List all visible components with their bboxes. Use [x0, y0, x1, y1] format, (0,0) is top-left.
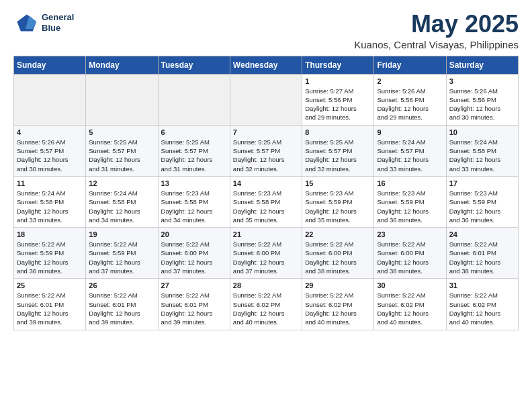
day-number: 5: [89, 128, 154, 136]
day-number: 22: [305, 230, 371, 238]
day-number: 1: [305, 77, 371, 85]
day-info: Sunrise: 5:23 AM Sunset: 5:58 PM Dayligh…: [161, 189, 227, 224]
logo-line1: General: [42, 12, 74, 23]
header: General Blue May 2025 Kuanos, Central Vi…: [13, 11, 519, 50]
cell-w5d3: 27Sunrise: 5:22 AM Sunset: 6:01 PM Dayli…: [158, 279, 230, 330]
day-info: Sunrise: 5:22 AM Sunset: 5:59 PM Dayligh…: [89, 240, 154, 275]
day-number: 16: [377, 179, 443, 187]
cell-w2d5: 8Sunrise: 5:25 AM Sunset: 5:57 PM Daylig…: [302, 125, 374, 176]
cell-w5d7: 31Sunrise: 5:22 AM Sunset: 6:02 PM Dayli…: [446, 279, 518, 330]
week-row-1: 1Sunrise: 5:27 AM Sunset: 5:56 PM Daylig…: [14, 74, 519, 125]
day-number: 26: [89, 281, 154, 289]
title-block: May 2025 Kuanos, Central Visayas, Philip…: [354, 11, 519, 50]
cell-w4d3: 20Sunrise: 5:22 AM Sunset: 6:00 PM Dayli…: [158, 228, 230, 279]
day-info: Sunrise: 5:24 AM Sunset: 5:57 PM Dayligh…: [377, 138, 443, 173]
cell-w3d5: 15Sunrise: 5:23 AM Sunset: 5:59 PM Dayli…: [302, 176, 374, 227]
day-number: 31: [449, 281, 515, 289]
day-info: Sunrise: 5:22 AM Sunset: 6:00 PM Dayligh…: [161, 240, 227, 275]
cell-w3d2: 12Sunrise: 5:24 AM Sunset: 5:58 PM Dayli…: [86, 176, 158, 227]
day-info: Sunrise: 5:23 AM Sunset: 5:58 PM Dayligh…: [233, 189, 299, 224]
cell-w4d4: 21Sunrise: 5:22 AM Sunset: 6:00 PM Dayli…: [230, 228, 302, 279]
day-info: Sunrise: 5:23 AM Sunset: 5:59 PM Dayligh…: [449, 189, 515, 224]
day-number: 12: [89, 179, 154, 187]
day-info: Sunrise: 5:22 AM Sunset: 6:02 PM Dayligh…: [305, 291, 371, 326]
cell-w5d6: 30Sunrise: 5:22 AM Sunset: 6:02 PM Dayli…: [374, 279, 446, 330]
col-header-thursday: Thursday: [302, 56, 374, 74]
logo-text: General Blue: [42, 12, 74, 33]
day-info: Sunrise: 5:22 AM Sunset: 6:01 PM Dayligh…: [449, 240, 515, 275]
col-header-monday: Monday: [86, 56, 158, 74]
day-info: Sunrise: 5:23 AM Sunset: 5:59 PM Dayligh…: [377, 189, 443, 224]
day-number: 7: [233, 128, 299, 136]
day-info: Sunrise: 5:22 AM Sunset: 6:01 PM Dayligh…: [17, 291, 83, 326]
day-number: 3: [449, 77, 515, 85]
cell-w1d1: [14, 74, 86, 125]
day-info: Sunrise: 5:26 AM Sunset: 5:57 PM Dayligh…: [17, 138, 83, 173]
day-number: 9: [377, 128, 443, 136]
header-row: SundayMondayTuesdayWednesdayThursdayFrid…: [14, 56, 519, 74]
day-info: Sunrise: 5:23 AM Sunset: 5:59 PM Dayligh…: [305, 189, 371, 224]
col-header-sunday: Sunday: [14, 56, 86, 74]
cell-w5d4: 28Sunrise: 5:22 AM Sunset: 6:02 PM Dayli…: [230, 279, 302, 330]
week-row-3: 11Sunrise: 5:24 AM Sunset: 5:58 PM Dayli…: [14, 176, 519, 227]
cell-w5d1: 25Sunrise: 5:22 AM Sunset: 6:01 PM Dayli…: [14, 279, 86, 330]
cell-w3d6: 16Sunrise: 5:23 AM Sunset: 5:59 PM Dayli…: [374, 176, 446, 227]
cell-w5d2: 26Sunrise: 5:22 AM Sunset: 6:01 PM Dayli…: [86, 279, 158, 330]
col-header-tuesday: Tuesday: [158, 56, 230, 74]
day-number: 28: [233, 281, 299, 289]
day-number: 10: [449, 128, 515, 136]
cell-w4d2: 19Sunrise: 5:22 AM Sunset: 5:59 PM Dayli…: [86, 228, 158, 279]
cell-w3d1: 11Sunrise: 5:24 AM Sunset: 5:58 PM Dayli…: [14, 176, 86, 227]
col-header-saturday: Saturday: [446, 56, 518, 74]
day-number: 29: [305, 281, 371, 289]
cell-w2d3: 6Sunrise: 5:25 AM Sunset: 5:57 PM Daylig…: [158, 125, 230, 176]
week-row-4: 18Sunrise: 5:22 AM Sunset: 5:59 PM Dayli…: [14, 228, 519, 279]
col-header-friday: Friday: [374, 56, 446, 74]
day-number: 17: [449, 179, 515, 187]
day-number: 21: [233, 230, 299, 238]
cell-w3d7: 17Sunrise: 5:23 AM Sunset: 5:59 PM Dayli…: [446, 176, 518, 227]
day-number: 11: [17, 179, 83, 187]
cell-w1d2: [86, 74, 158, 125]
day-info: Sunrise: 5:22 AM Sunset: 6:02 PM Dayligh…: [377, 291, 443, 326]
subtitle: Kuanos, Central Visayas, Philippines: [354, 39, 519, 50]
day-info: Sunrise: 5:22 AM Sunset: 6:02 PM Dayligh…: [233, 291, 299, 326]
cell-w4d1: 18Sunrise: 5:22 AM Sunset: 5:59 PM Dayli…: [14, 228, 86, 279]
day-info: Sunrise: 5:24 AM Sunset: 5:58 PM Dayligh…: [17, 189, 83, 224]
cell-w3d3: 13Sunrise: 5:23 AM Sunset: 5:58 PM Dayli…: [158, 176, 230, 227]
cell-w2d4: 7Sunrise: 5:25 AM Sunset: 5:57 PM Daylig…: [230, 125, 302, 176]
day-number: 23: [377, 230, 443, 238]
day-info: Sunrise: 5:25 AM Sunset: 5:57 PM Dayligh…: [305, 138, 371, 173]
day-info: Sunrise: 5:26 AM Sunset: 5:56 PM Dayligh…: [449, 87, 515, 122]
day-info: Sunrise: 5:24 AM Sunset: 5:58 PM Dayligh…: [449, 138, 515, 173]
day-number: 15: [305, 179, 371, 187]
cell-w4d6: 23Sunrise: 5:22 AM Sunset: 6:00 PM Dayli…: [374, 228, 446, 279]
cell-w1d7: 3Sunrise: 5:26 AM Sunset: 5:56 PM Daylig…: [446, 74, 518, 125]
cell-w5d5: 29Sunrise: 5:22 AM Sunset: 6:02 PM Dayli…: [302, 279, 374, 330]
cell-w3d4: 14Sunrise: 5:23 AM Sunset: 5:58 PM Dayli…: [230, 176, 302, 227]
day-info: Sunrise: 5:22 AM Sunset: 6:01 PM Dayligh…: [89, 291, 154, 326]
cell-w2d2: 5Sunrise: 5:25 AM Sunset: 5:57 PM Daylig…: [86, 125, 158, 176]
day-number: 4: [17, 128, 83, 136]
calendar-table: SundayMondayTuesdayWednesdayThursdayFrid…: [13, 56, 519, 330]
day-info: Sunrise: 5:27 AM Sunset: 5:56 PM Dayligh…: [305, 87, 371, 122]
cell-w1d6: 2Sunrise: 5:26 AM Sunset: 5:56 PM Daylig…: [374, 74, 446, 125]
day-info: Sunrise: 5:22 AM Sunset: 6:00 PM Dayligh…: [305, 240, 371, 275]
day-info: Sunrise: 5:22 AM Sunset: 5:59 PM Dayligh…: [17, 240, 83, 275]
day-number: 20: [161, 230, 227, 238]
cell-w2d1: 4Sunrise: 5:26 AM Sunset: 5:57 PM Daylig…: [14, 125, 86, 176]
cell-w4d7: 24Sunrise: 5:22 AM Sunset: 6:01 PM Dayli…: [446, 228, 518, 279]
day-info: Sunrise: 5:22 AM Sunset: 6:00 PM Dayligh…: [233, 240, 299, 275]
day-number: 25: [17, 281, 83, 289]
day-info: Sunrise: 5:25 AM Sunset: 5:57 PM Dayligh…: [89, 138, 154, 173]
logo-line2: Blue: [42, 23, 74, 34]
week-row-5: 25Sunrise: 5:22 AM Sunset: 6:01 PM Dayli…: [14, 279, 519, 330]
cell-w1d4: [230, 74, 302, 125]
cell-w2d6: 9Sunrise: 5:24 AM Sunset: 5:57 PM Daylig…: [374, 125, 446, 176]
day-info: Sunrise: 5:22 AM Sunset: 6:01 PM Dayligh…: [161, 291, 227, 326]
cell-w2d7: 10Sunrise: 5:24 AM Sunset: 5:58 PM Dayli…: [446, 125, 518, 176]
logo-icon: [13, 11, 38, 35]
col-header-wednesday: Wednesday: [230, 56, 302, 74]
day-number: 27: [161, 281, 227, 289]
day-number: 2: [377, 77, 443, 85]
